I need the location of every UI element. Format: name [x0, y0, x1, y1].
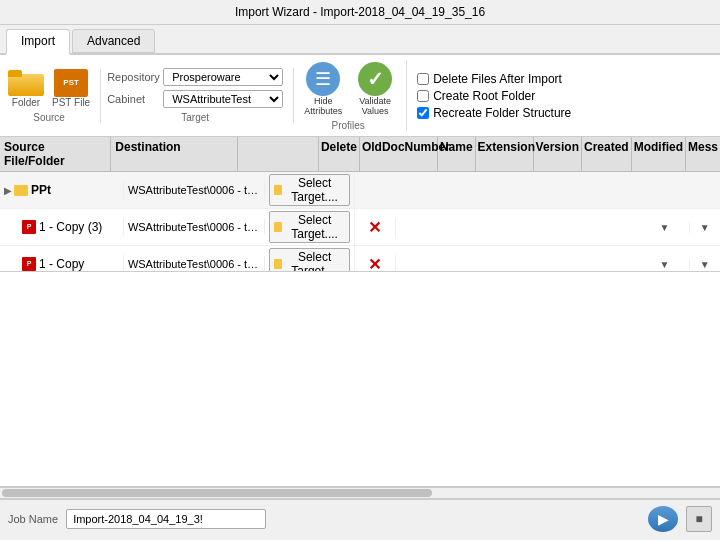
col-header-dest: Destination	[111, 137, 237, 171]
chevron-down-icon[interactable]: ▼	[660, 222, 670, 233]
source-section: Folder PST PST File Source	[8, 69, 101, 123]
run-icon: ▶	[658, 511, 669, 527]
empty-area	[0, 272, 720, 487]
profiles-label: Profiles	[332, 120, 365, 131]
col-header-olddoc: OldDocNumber	[360, 137, 438, 171]
stop-icon: ■	[695, 512, 702, 526]
create-root-label: Create Root Folder	[433, 89, 535, 103]
select-target-button[interactable]: Select Target....	[269, 211, 350, 243]
table-body: ▶ PPt WSAttributeTest\0006 - test client…	[0, 172, 720, 272]
job-name-label: Job Name	[8, 513, 58, 525]
row-source: P 1 - Copy (3)	[0, 218, 124, 236]
cabinet-label: Cabinet	[107, 93, 159, 105]
col-header-created: Created	[582, 137, 632, 171]
row-dest: WSAttributeTest\0006 - test client00...	[124, 219, 265, 235]
title-bar: Import Wizard - Import-2018_04_04_19_35_…	[0, 0, 720, 25]
stop-button[interactable]: ■	[686, 506, 712, 532]
col-header-modified: Modified	[632, 137, 686, 171]
hide-attributes-button[interactable]: ☰ Hide Attributes	[300, 60, 346, 118]
cabinet-select[interactable]: WSAttributeTest	[163, 90, 283, 108]
profiles-section: ☰ Hide Attributes ✓ Validate Values Prof…	[300, 60, 407, 131]
row-target: Select Target....	[265, 209, 355, 245]
col-header-source: Source File/Folder	[0, 137, 111, 171]
table-header: Source File/Folder Destination Delete Ol…	[0, 137, 720, 172]
expand-icon[interactable]: ▶	[4, 185, 12, 196]
row-dest: WSAttributeTest\0006 - test client00...	[124, 182, 265, 198]
row-delete[interactable]: ✕	[355, 218, 396, 237]
options-section: Delete Files After Import Create Root Fo…	[413, 72, 571, 120]
create-root-checkbox[interactable]	[417, 90, 429, 102]
pst-label: PST File	[52, 97, 90, 108]
row-name: 1 - Copy (3)	[39, 220, 102, 234]
validate-label: Validate Values	[359, 96, 391, 116]
select-target-button[interactable]: Select Target....	[269, 248, 350, 272]
toolbar: Folder PST PST File Source Repository Pr…	[0, 55, 720, 137]
row-target: Select Target....	[265, 172, 355, 208]
folder-icon-small	[14, 185, 28, 196]
chevron-down-icon2[interactable]: ▼	[700, 222, 710, 233]
hide-icon: ☰	[306, 62, 340, 96]
target-folder-icon	[274, 222, 283, 232]
col-header-ver: Version	[534, 137, 582, 171]
chevron-down-icon[interactable]: ▼	[660, 259, 670, 270]
chevron-down-icon2[interactable]: ▼	[700, 259, 710, 270]
target-label: Target	[107, 112, 283, 123]
folder-button[interactable]: Folder	[8, 69, 44, 108]
row-name: PPt	[31, 183, 51, 197]
recreate-folder-label: Recreate Folder Structure	[433, 106, 571, 120]
pst-button[interactable]: PST PST File	[52, 69, 90, 108]
target-folder-icon	[274, 259, 283, 269]
folder-icon	[8, 69, 44, 97]
delete-files-option[interactable]: Delete Files After Import	[417, 72, 571, 86]
source-section-label: Source	[33, 112, 65, 123]
target-folder-icon	[274, 185, 283, 195]
recreate-folder-option[interactable]: Recreate Folder Structure	[417, 106, 571, 120]
col-header-mess: Mess	[686, 137, 720, 171]
hide-label: Hide Attributes	[304, 96, 342, 116]
recreate-folder-checkbox[interactable]	[417, 107, 429, 119]
row-source: P 1 - Copy	[0, 255, 124, 272]
delete-files-label: Delete Files After Import	[433, 72, 562, 86]
ppt-file-icon: P	[22, 257, 36, 271]
pst-icon: PST	[54, 69, 88, 97]
row-delete[interactable]: ✕	[355, 255, 396, 273]
row-name: 1 - Copy	[39, 257, 84, 271]
ppt-file-icon: P	[22, 220, 36, 234]
tab-import[interactable]: Import	[6, 29, 70, 55]
create-root-option[interactable]: Create Root Folder	[417, 89, 571, 103]
repo-select[interactable]: Prosperoware	[163, 68, 283, 86]
tab-advanced[interactable]: Advanced	[72, 29, 155, 53]
table-row: P 1 - Copy WSAttributeTest\0006 - test c…	[0, 246, 720, 272]
repo-label: Repository	[107, 71, 159, 83]
tab-bar: Import Advanced	[0, 25, 720, 55]
delete-files-checkbox[interactable]	[417, 73, 429, 85]
bottom-bar: Job Name ▶ ■	[0, 499, 720, 537]
table-row: ▶ PPt WSAttributeTest\0006 - test client…	[0, 172, 720, 209]
table-row: P 1 - Copy (3) WSAttributeTest\0006 - te…	[0, 209, 720, 246]
col-header-delete: Delete	[319, 137, 360, 171]
row-source: ▶ PPt	[0, 181, 124, 199]
col-header-name: Name	[438, 137, 476, 171]
col-header-ext: Extension	[476, 137, 534, 171]
folder-label: Folder	[12, 97, 40, 108]
validate-values-button[interactable]: ✓ Validate Values	[354, 60, 396, 118]
row-target: Select Target....	[265, 246, 355, 272]
validate-icon: ✓	[358, 62, 392, 96]
job-name-input[interactable]	[66, 509, 266, 529]
select-target-button[interactable]: Select Target....	[269, 174, 350, 206]
repo-section: Repository Prosperoware Cabinet WSAttrib…	[107, 68, 294, 123]
col-header-target	[238, 137, 319, 171]
title-text: Import Wizard - Import-2018_04_04_19_35_…	[235, 5, 485, 19]
run-button[interactable]: ▶	[648, 506, 678, 532]
horizontal-scrollbar[interactable]	[0, 487, 720, 499]
row-dest: WSAttributeTest\0006 - test client00...	[124, 256, 265, 272]
